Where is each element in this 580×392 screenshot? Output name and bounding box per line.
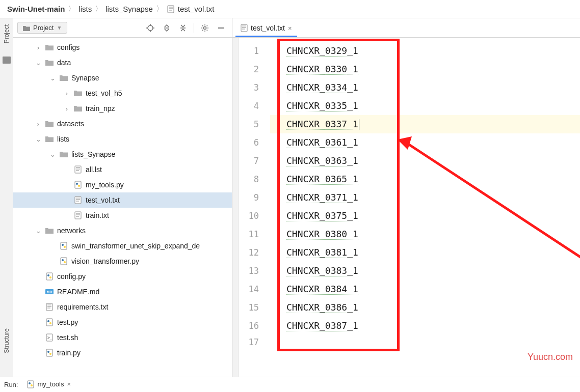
expand-all-icon[interactable] bbox=[160, 21, 173, 35]
svg-text:MD: MD bbox=[47, 290, 52, 294]
breadcrumb-item[interactable]: lists_Synapse bbox=[106, 5, 153, 13]
tree-item-label: requirements.txt bbox=[57, 303, 108, 311]
project-tree[interactable]: ›configs⌄data⌄Synapse›test_vol_h5›train_… bbox=[13, 38, 232, 377]
chevron-right-icon: 〉 bbox=[95, 4, 102, 14]
chevron-down-icon[interactable]: ⌄ bbox=[35, 135, 42, 143]
svg-rect-13 bbox=[75, 166, 81, 173]
breadcrumb-item[interactable]: lists bbox=[78, 5, 92, 13]
folder-icon bbox=[73, 104, 83, 113]
tree-item-label: test.py bbox=[57, 318, 78, 326]
tree-row[interactable]: test_vol.txt bbox=[13, 192, 232, 208]
tree-row[interactable]: ⌄lists bbox=[13, 131, 232, 147]
project-view-selector[interactable]: Project ▼ bbox=[17, 22, 67, 34]
watermark: Yuucn.com bbox=[528, 352, 573, 362]
tree-item-label: swin_transformer_unet_skip_expand_de bbox=[71, 242, 200, 250]
locate-icon[interactable] bbox=[144, 21, 157, 35]
line-number: 17 bbox=[239, 335, 270, 345]
code-line[interactable]: CHNCXR_0380_1 bbox=[270, 225, 580, 243]
txt-icon bbox=[73, 165, 83, 174]
tree-row[interactable]: ⌄networks bbox=[13, 223, 232, 238]
tree-row[interactable]: ›train_npz bbox=[13, 101, 232, 116]
txt-icon bbox=[73, 211, 83, 219]
structure-tool-tab[interactable]: Structure bbox=[3, 325, 10, 356]
code-line[interactable]: CHNCXR_0365_1 bbox=[270, 170, 580, 188]
run-tab[interactable]: my_tools × bbox=[23, 379, 75, 391]
folder-icon bbox=[73, 89, 83, 97]
code-line[interactable]: CHNCXR_0363_1 bbox=[270, 152, 580, 170]
tree-row[interactable]: MDREADME.md bbox=[13, 284, 232, 299]
tree-row[interactable]: ›configs bbox=[13, 40, 232, 55]
chevron-down-icon[interactable]: ⌄ bbox=[35, 227, 42, 235]
tree-row[interactable]: all.lst bbox=[13, 162, 232, 177]
code-line[interactable]: CHNCXR_0375_1 bbox=[270, 207, 580, 225]
code-line[interactable]: CHNCXR_0386_1 bbox=[270, 298, 580, 317]
code-line[interactable]: CHNCXR_0337_1 bbox=[270, 115, 580, 133]
chevron-right-icon[interactable]: › bbox=[63, 90, 70, 97]
code-line[interactable]: CHNCXR_0330_1 bbox=[270, 60, 580, 78]
breadcrumb-item[interactable]: Swin-Unet-main bbox=[7, 5, 65, 13]
tree-row[interactable]: swin_transformer_unet_skip_expand_de bbox=[13, 238, 232, 254]
folder-icon bbox=[59, 74, 68, 82]
tree-row[interactable]: my_tools.py bbox=[13, 177, 232, 192]
code-line[interactable]: CHNCXR_0387_1 bbox=[270, 317, 580, 335]
chevron-right-icon[interactable]: › bbox=[35, 44, 42, 51]
code-line[interactable]: CHNCXR_0384_1 bbox=[270, 280, 580, 298]
folder-icon bbox=[45, 227, 54, 235]
scrollbar-marker[interactable] bbox=[232, 38, 239, 377]
code-line[interactable]: CHNCXR_0371_1 bbox=[270, 188, 580, 207]
svg-rect-57 bbox=[28, 381, 34, 388]
tree-row[interactable]: train.txt bbox=[13, 208, 232, 223]
tree-item-label: networks bbox=[57, 227, 86, 235]
tree-row[interactable]: requirements.txt bbox=[13, 299, 232, 315]
py-icon bbox=[59, 242, 68, 250]
code-line[interactable]: CHNCXR_0329_1 bbox=[270, 42, 580, 60]
svg-point-18 bbox=[76, 183, 78, 185]
svg-rect-0 bbox=[168, 6, 174, 13]
hide-icon[interactable] bbox=[215, 21, 228, 35]
code-line[interactable]: CHNCXR_0383_1 bbox=[270, 262, 580, 280]
chevron-down-icon[interactable]: ⌄ bbox=[49, 151, 56, 158]
editor-body[interactable]: 1234567891011121314151617 CHNCXR_0329_1C… bbox=[232, 38, 580, 377]
editor-tab-label: test_vol.txt bbox=[251, 24, 285, 32]
tree-row[interactable]: ⌄data bbox=[13, 55, 232, 70]
tree-row[interactable]: >_test.sh bbox=[13, 330, 232, 345]
tree-row[interactable]: ⌄lists_Synapse bbox=[13, 147, 232, 162]
code-line[interactable]: CHNCXR_0334_1 bbox=[270, 78, 580, 97]
project-tool-tab[interactable]: Project bbox=[3, 21, 10, 46]
code-line[interactable]: CHNCXR_0381_1 bbox=[270, 243, 580, 262]
tree-row[interactable]: ›test_vol_h5 bbox=[13, 86, 232, 101]
tree-row[interactable]: ⌄Synapse bbox=[13, 70, 232, 86]
run-tool-bar: Run: my_tools × bbox=[0, 377, 580, 392]
folder-icon bbox=[3, 57, 11, 64]
code-area[interactable]: CHNCXR_0329_1CHNCXR_0330_1CHNCXR_0334_1C… bbox=[270, 38, 580, 377]
py-icon bbox=[45, 272, 54, 281]
tree-row[interactable]: ›datasets bbox=[13, 116, 232, 131]
chevron-down-icon[interactable]: ⌄ bbox=[49, 74, 56, 82]
chevron-down-icon[interactable]: ⌄ bbox=[35, 59, 42, 67]
folder-icon bbox=[59, 150, 68, 158]
gear-icon[interactable] bbox=[198, 21, 212, 35]
tree-item-label: all.lst bbox=[86, 165, 102, 174]
chevron-right-icon[interactable]: › bbox=[63, 105, 70, 113]
txt-icon bbox=[45, 303, 54, 311]
breadcrumb-item[interactable]: test_vol.txt bbox=[178, 5, 215, 13]
code-line[interactable]: CHNCXR_0335_1 bbox=[270, 97, 580, 115]
chevron-right-icon[interactable]: › bbox=[35, 120, 42, 128]
tree-row[interactable]: test.py bbox=[13, 315, 232, 330]
tree-row[interactable]: vision_transformer.py bbox=[13, 254, 232, 269]
tree-row[interactable]: config.py bbox=[13, 269, 232, 284]
tree-row[interactable]: train.py bbox=[13, 345, 232, 360]
svg-point-32 bbox=[62, 259, 64, 261]
svg-rect-39 bbox=[46, 303, 52, 311]
svg-rect-20 bbox=[75, 197, 81, 204]
close-icon[interactable]: × bbox=[288, 24, 292, 32]
code-line[interactable]: CHNCXR_0361_1 bbox=[270, 133, 580, 152]
chevron-down-icon: ▼ bbox=[57, 25, 62, 31]
collapse-all-icon[interactable] bbox=[176, 21, 190, 35]
project-sidebar: Project ▼ ›configs⌄data⌄Synapse›test_vol… bbox=[13, 18, 232, 377]
tree-item-label: train_npz bbox=[86, 104, 115, 113]
tree-item-label: train.txt bbox=[86, 211, 109, 219]
editor-tab[interactable]: test_vol.txt × bbox=[235, 20, 297, 37]
line-number-gutter: 1234567891011121314151617 bbox=[239, 38, 270, 377]
close-icon[interactable]: × bbox=[67, 380, 71, 388]
